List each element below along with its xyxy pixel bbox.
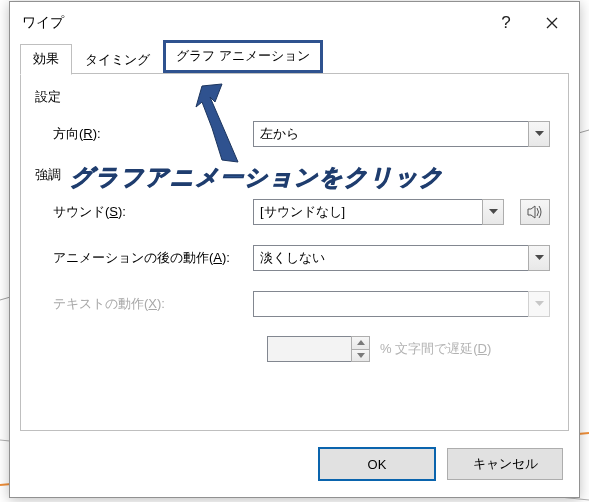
chevron-down-icon xyxy=(357,353,365,358)
row-text-animation: テキストの動作(X): xyxy=(53,290,550,318)
delay-label: % 文字間で遅延(D) xyxy=(380,340,491,358)
text-animation-combo xyxy=(253,291,550,317)
cancel-button[interactable]: キャンセル xyxy=(447,448,563,480)
tab-label: タイミング xyxy=(85,52,150,67)
window-title: ワイプ xyxy=(22,14,483,32)
direction-label: 方向(R): xyxy=(53,125,253,143)
tab-chart-animation[interactable]: グラフ アニメーション xyxy=(163,40,323,73)
delay-input xyxy=(267,336,351,362)
delay-spin-down xyxy=(351,349,370,363)
sound-combo[interactable]: [サウンドなし] xyxy=(253,199,504,225)
help-button[interactable]: ? xyxy=(483,8,529,38)
after-animation-dropdown-button[interactable] xyxy=(528,245,550,271)
sound-value: [サウンドなし] xyxy=(253,199,482,225)
tab-underline xyxy=(20,73,569,74)
row-direction: 方向(R): 左から xyxy=(53,120,550,148)
tab-bar: 効果 タイミング グラフ アニメーション xyxy=(10,44,579,74)
after-animation-combo[interactable]: 淡くしない xyxy=(253,245,550,271)
sound-preview-button[interactable] xyxy=(520,199,550,225)
button-label: OK xyxy=(368,457,387,472)
chevron-up-icon xyxy=(357,340,365,345)
tab-label: グラフ アニメーション xyxy=(176,48,310,63)
sound-label: サウンド(S): xyxy=(53,203,253,221)
text-animation-label: テキストの動作(X): xyxy=(53,295,253,313)
chevron-down-icon xyxy=(535,301,544,307)
after-animation-label: アニメーションの後の動作(A): xyxy=(53,249,253,267)
tab-effect[interactable]: 効果 xyxy=(20,44,72,75)
dialog-footer: OK キャンセル xyxy=(10,441,579,497)
row-sound: サウンド(S): [サウンドなし] xyxy=(53,198,550,226)
close-icon xyxy=(546,17,558,29)
titlebar: ワイプ ? xyxy=(10,2,579,44)
direction-dropdown-button[interactable] xyxy=(528,121,550,147)
chevron-down-icon xyxy=(489,209,498,215)
row-after-animation: アニメーションの後の動作(A): 淡くしない xyxy=(53,244,550,272)
row-delay: % 文字間で遅延(D) xyxy=(53,336,550,362)
text-animation-dropdown-button xyxy=(528,291,550,317)
section-settings-label: 設定 xyxy=(35,88,550,106)
panel-effect: 設定 方向(R): 左から 強調 サウンド(S): xyxy=(20,74,569,431)
ok-button[interactable]: OK xyxy=(319,448,435,480)
chevron-down-icon xyxy=(535,255,544,261)
direction-value: 左から xyxy=(253,121,528,147)
button-label: キャンセル xyxy=(473,455,538,473)
section-emphasis-label: 強調 xyxy=(35,166,550,184)
delay-spinner xyxy=(267,336,370,362)
dialog-wipe: ワイプ ? 効果 タイミング グラフ アニメーション 設定 方向(R): xyxy=(9,1,580,498)
delay-spin-up xyxy=(351,336,370,349)
tab-timing[interactable]: タイミング xyxy=(72,45,163,75)
chevron-down-icon xyxy=(535,131,544,137)
text-animation-value xyxy=(253,291,528,317)
close-button[interactable] xyxy=(529,8,575,38)
sound-dropdown-button[interactable] xyxy=(482,199,504,225)
tab-label: 効果 xyxy=(33,51,59,66)
direction-combo[interactable]: 左から xyxy=(253,121,550,147)
after-animation-value: 淡くしない xyxy=(253,245,528,271)
speaker-icon xyxy=(527,205,543,219)
